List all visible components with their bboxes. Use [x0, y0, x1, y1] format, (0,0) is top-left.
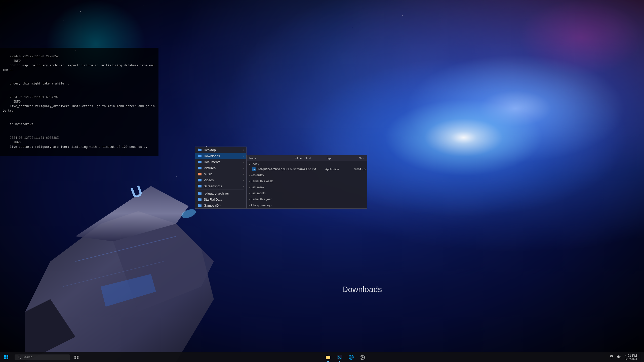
- terminal-line-1b: urces, this might take a while...: [3, 77, 156, 90]
- svg-text:U: U: [129, 182, 145, 202]
- chevron-right-icon: ›: [249, 198, 250, 201]
- file-group-earlier-week: › Earlier this week: [247, 178, 367, 184]
- col-header-type[interactable]: Type: [325, 156, 348, 160]
- taskbar-app-terminal[interactable]: [334, 352, 345, 362]
- file-list-header: Name Date modified Type Size: [247, 155, 367, 161]
- file-name-cell: EXE reliquary-archiver_v0.1.6: [252, 167, 293, 171]
- task-view-icon: [74, 355, 79, 359]
- star: [403, 15, 403, 16]
- svg-rect-18: [77, 356, 78, 357]
- task-view-button[interactable]: [71, 352, 82, 362]
- chevron-right-icon: ›: [249, 186, 250, 189]
- chevron-right-icon: ›: [243, 161, 244, 163]
- star: [302, 38, 302, 38]
- svg-rect-14: [7, 357, 8, 359]
- file-group-earlier-year: › Earlier this year: [247, 196, 367, 202]
- file-group-long-ago: › A long time ago: [247, 202, 367, 208]
- sidebar-item-pictures-label: Pictures: [204, 166, 242, 170]
- file-row-reliquary[interactable]: EXE reliquary-archiver_v0.1.6 6/12/2024 …: [247, 167, 367, 172]
- chevron-right-icon: ›: [249, 204, 250, 207]
- group-header-today[interactable]: ▾ Today: [247, 162, 367, 167]
- svg-point-28: [362, 356, 364, 358]
- star: [143, 6, 143, 6]
- chevron-right-icon: ›: [249, 180, 250, 183]
- sidebar-item-desktop[interactable]: Desktop ›: [195, 147, 246, 153]
- file-group-last-week: › Last week: [247, 184, 367, 190]
- file-type-cell: Application: [325, 168, 348, 171]
- sidebar-item-starraildata-label: StarRailData: [204, 198, 244, 201]
- sidebar-item-documents[interactable]: Documents ›: [195, 159, 246, 165]
- terminal-line-3: 2024-06-12T22:11:01.690538Z INFO live_ca…: [3, 131, 156, 154]
- sidebar-item-downloads-label: Downloads: [204, 154, 242, 158]
- group-label-yesterday: Yesterday: [251, 173, 264, 177]
- sidebar-item-games-label: Games (D:): [204, 204, 244, 207]
- svg-rect-20: [77, 357, 78, 359]
- file-size-cell: 3,864 KB: [348, 168, 366, 171]
- taskbar-app-browser[interactable]: [346, 352, 357, 362]
- network-icon[interactable]: [609, 354, 615, 360]
- search-icon: [18, 355, 21, 359]
- terminal-line-2b: in hyperdrive: [3, 118, 156, 131]
- browser-icon: [348, 354, 354, 360]
- svg-rect-21: [337, 355, 342, 359]
- file-group-yesterday: › Yesterday: [247, 172, 367, 178]
- group-label-earlier-year: Earlier this year: [251, 198, 271, 201]
- group-header-long-ago[interactable]: › A long time ago: [247, 203, 367, 208]
- folder-icon: [198, 160, 202, 164]
- col-header-name[interactable]: Name: [248, 156, 293, 160]
- file-list-panel: Name Date modified Type Size ▾ Today EXE…: [247, 155, 367, 209]
- speaker-icon: [617, 355, 621, 359]
- sidebar-item-desktop-label: Desktop: [204, 148, 242, 152]
- star: [80, 11, 81, 12]
- sidebar-item-downloads[interactable]: Downloads ›: [195, 153, 246, 159]
- exe-icon: EXE: [252, 167, 256, 171]
- sidebar-item-reliquary[interactable]: reliquary-archiver: [195, 190, 246, 196]
- taskbar-date: 6/12/2024: [625, 357, 637, 360]
- quick-access-panel: Desktop › Downloads › Documents › Pictur…: [195, 147, 247, 209]
- star: [63, 20, 63, 21]
- group-header-yesterday[interactable]: › Yesterday: [247, 173, 367, 178]
- terminal-icon: [337, 355, 342, 360]
- folder-icon: [198, 148, 202, 152]
- folder-video-icon: [198, 178, 202, 182]
- chevron-right-icon: ›: [243, 179, 244, 182]
- taskbar-time: 4:01 PM: [625, 354, 637, 357]
- group-label-earlier-week: Earlier this week: [251, 179, 273, 183]
- group-label-last-month: Last month: [251, 192, 265, 195]
- group-label-long-ago: A long time ago: [251, 204, 271, 207]
- folder-icon: [198, 166, 202, 170]
- sidebar-item-music[interactable]: Music ›: [195, 171, 246, 177]
- windows-logo-icon: [4, 355, 9, 359]
- taskbar-app-file-explorer[interactable]: [323, 352, 334, 362]
- chevron-right-icon: ›: [243, 173, 244, 175]
- sidebar-item-games[interactable]: Games (D:): [195, 202, 246, 208]
- sidebar-item-videos[interactable]: Videos ›: [195, 177, 246, 183]
- col-header-size[interactable]: Size: [348, 156, 366, 160]
- show-desktop-button[interactable]: [640, 353, 641, 362]
- col-header-date[interactable]: Date modified: [293, 156, 325, 160]
- taskbar-clock[interactable]: 4:01 PM 6/12/2024: [623, 353, 639, 361]
- sidebar-item-pictures[interactable]: Pictures ›: [195, 165, 246, 171]
- group-header-earlier-week[interactable]: › Earlier this week: [247, 179, 367, 184]
- taskbar-search-label: Search: [23, 355, 32, 359]
- group-header-last-week[interactable]: › Last week: [247, 185, 367, 190]
- taskbar-app-settings[interactable]: [357, 352, 368, 362]
- group-header-earlier-year[interactable]: › Earlier this year: [247, 197, 367, 202]
- star: [352, 28, 353, 28]
- terminal-window: 2024-06-12T22:11:00.222065Z INFO config_…: [0, 48, 158, 156]
- file-date-cell: 6/12/2024 4:00 PM: [293, 168, 325, 171]
- terminal-line-2: 2024-06-12T22:11:01.690479Z INFO live_ca…: [3, 90, 156, 118]
- group-header-last-month[interactable]: › Last month: [247, 191, 367, 196]
- taskbar-search[interactable]: Search: [15, 354, 70, 360]
- group-label-today: Today: [251, 162, 259, 166]
- sidebar-item-screenshots-label: Screenshots: [204, 184, 242, 188]
- sidebar-item-screenshots[interactable]: Screenshots ›: [195, 183, 246, 189]
- folder-downloads-icon: [198, 154, 202, 158]
- sidebar-item-starraildata[interactable]: StarRailData: [195, 196, 246, 202]
- group-label-last-week: Last week: [251, 186, 264, 189]
- panel-divider: [197, 190, 244, 190]
- start-button[interactable]: [0, 352, 13, 362]
- volume-icon[interactable]: [616, 354, 622, 360]
- file-name-label: reliquary-archiver_v0.1.6: [258, 167, 292, 171]
- svg-rect-19: [74, 357, 76, 359]
